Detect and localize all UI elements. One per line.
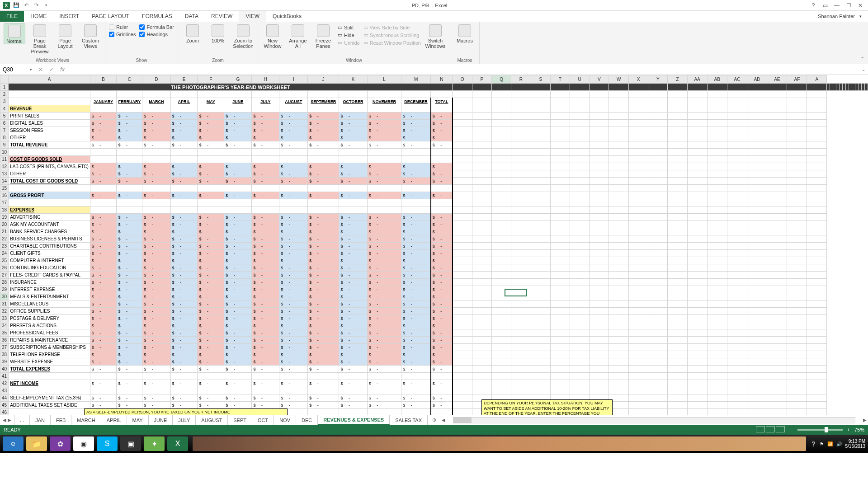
cell[interactable]: [170, 286, 198, 293]
cell[interactable]: [170, 199, 198, 206]
cell[interactable]: [170, 272, 198, 279]
cell[interactable]: [431, 344, 453, 351]
row-header[interactable]: 41: [0, 373, 9, 380]
cell[interactable]: [279, 235, 308, 243]
cell[interactable]: [170, 105, 198, 113]
cell[interactable]: [198, 322, 224, 329]
freeze-panes-button[interactable]: Freeze Panes: [312, 23, 334, 49]
cell[interactable]: [431, 178, 453, 185]
cell[interactable]: [90, 394, 117, 402]
minimize-icon[interactable]: —: [833, 2, 841, 9]
scroll-right-icon[interactable]: ▶: [862, 418, 868, 422]
cell[interactable]: [308, 221, 339, 228]
cell[interactable]: [224, 257, 252, 264]
cell[interactable]: [90, 120, 117, 127]
cell[interactable]: [142, 134, 170, 141]
cell[interactable]: [90, 373, 117, 380]
cell[interactable]: [198, 250, 224, 257]
cell[interactable]: [431, 329, 453, 337]
cell[interactable]: [224, 214, 252, 221]
cell[interactable]: [339, 113, 367, 120]
cell[interactable]: [401, 206, 431, 214]
cell[interactable]: [224, 308, 252, 315]
cell[interactable]: [367, 105, 401, 113]
cell[interactable]: [401, 329, 431, 337]
formula-input[interactable]: [68, 64, 859, 75]
row-header[interactable]: 4: [0, 105, 9, 113]
cell[interactable]: [142, 257, 170, 264]
cell[interactable]: [401, 149, 431, 156]
cell[interactable]: [252, 380, 279, 387]
taskbar-excel-icon[interactable]: X: [167, 436, 188, 451]
cell[interactable]: [367, 373, 401, 380]
macros-button[interactable]: Macros: [454, 23, 476, 43]
cell[interactable]: [367, 351, 401, 358]
cell[interactable]: [224, 178, 252, 185]
row-header[interactable]: 34: [0, 322, 9, 329]
cell[interactable]: [117, 322, 142, 329]
cell[interactable]: [224, 221, 252, 228]
chevron-down-icon[interactable]: ▾: [859, 14, 862, 19]
cell[interactable]: [339, 228, 367, 235]
cell[interactable]: [252, 243, 279, 250]
cell[interactable]: [170, 206, 198, 214]
row-header[interactable]: 24: [0, 250, 9, 257]
cell[interactable]: [308, 329, 339, 337]
cell[interactable]: [339, 351, 367, 358]
page-layout-button[interactable]: Page Layout: [54, 23, 76, 49]
zoom-slider[interactable]: [797, 429, 843, 431]
tab-nav-next-icon[interactable]: ▶: [8, 418, 11, 422]
sheet-tab[interactable]: AUGUST: [196, 415, 228, 425]
cell[interactable]: [279, 134, 308, 141]
row-header[interactable]: 1: [0, 84, 9, 91]
cell[interactable]: [279, 120, 308, 127]
cell[interactable]: [198, 163, 224, 170]
cell[interactable]: [142, 163, 170, 170]
sheet-tab[interactable]: JUNE: [149, 415, 173, 425]
cell[interactable]: [308, 293, 339, 300]
cell[interactable]: [198, 373, 224, 380]
cell[interactable]: [252, 272, 279, 279]
cell[interactable]: [308, 366, 339, 373]
custom-views-button[interactable]: Custom Views: [80, 23, 101, 49]
column-header[interactable]: I: [279, 75, 308, 84]
cell[interactable]: [142, 264, 170, 272]
account-name[interactable]: Shannan Painter: [818, 14, 855, 19]
cell[interactable]: [401, 163, 431, 170]
cell[interactable]: [198, 257, 224, 264]
cell[interactable]: [401, 243, 431, 250]
cell[interactable]: [170, 337, 198, 344]
cell[interactable]: [339, 127, 367, 134]
cell[interactable]: [401, 337, 431, 344]
cell[interactable]: [367, 214, 401, 221]
cell[interactable]: [431, 286, 453, 293]
cell[interactable]: [117, 402, 142, 409]
cell[interactable]: [198, 199, 224, 206]
cell[interactable]: [308, 185, 339, 192]
column-header[interactable]: R: [511, 75, 531, 84]
cell[interactable]: [401, 228, 431, 235]
cell[interactable]: [198, 235, 224, 243]
cell[interactable]: [117, 329, 142, 337]
row-header[interactable]: 43: [0, 387, 9, 394]
row-header[interactable]: 18: [0, 206, 9, 214]
cell[interactable]: [142, 192, 170, 199]
cell[interactable]: [367, 250, 401, 257]
cell[interactable]: [90, 344, 117, 351]
cell[interactable]: [170, 127, 198, 134]
cell[interactable]: [401, 170, 431, 178]
cell[interactable]: [142, 344, 170, 351]
cell[interactable]: [224, 286, 252, 293]
cell[interactable]: [308, 141, 339, 149]
sheet-tab[interactable]: OCT: [252, 415, 274, 425]
column-header[interactable]: AE: [767, 75, 787, 84]
cell[interactable]: [170, 228, 198, 235]
cell[interactable]: [224, 113, 252, 120]
cell[interactable]: [308, 228, 339, 235]
cell[interactable]: [142, 366, 170, 373]
taskbar-photos-icon[interactable]: ✿: [50, 436, 71, 451]
cell[interactable]: [252, 127, 279, 134]
cell[interactable]: [224, 141, 252, 149]
redo-icon[interactable]: ↷: [33, 2, 40, 9]
cell[interactable]: [170, 322, 198, 329]
